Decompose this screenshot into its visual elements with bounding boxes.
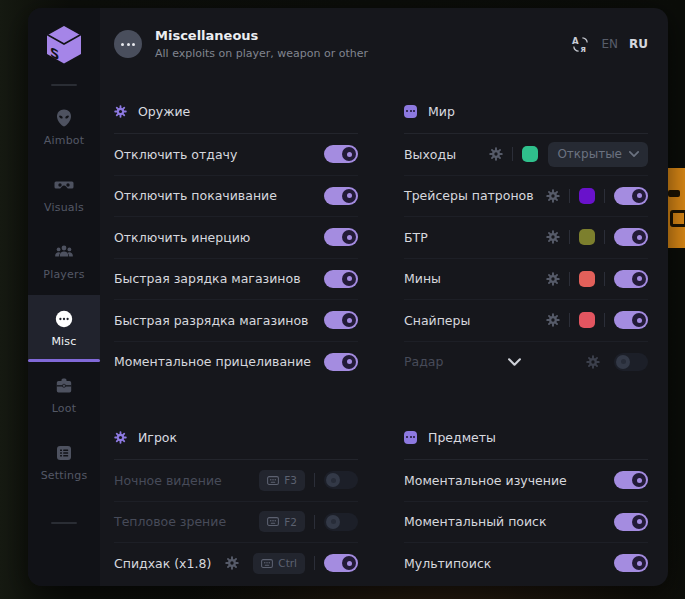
feature-row: БТР <box>404 216 648 258</box>
toggle-switch[interactable] <box>614 187 648 205</box>
feature-label: Мины <box>404 271 441 286</box>
lang-en-button[interactable]: EN <box>601 37 618 51</box>
column-left: Оружие Отключить отдачу Отключить покачи… <box>114 98 358 599</box>
section-world: Мир Выходы Открытые <box>404 98 648 382</box>
sidebar-item-label: Misc <box>51 335 76 348</box>
sidebar-item-players[interactable]: Players <box>28 228 100 295</box>
svg-text:S: S <box>50 44 59 64</box>
feature-row: Радар <box>404 341 648 383</box>
feature-label: Быстрая разрядка магазинов <box>114 313 308 328</box>
feature-label: БТР <box>404 230 428 245</box>
toggle-switch[interactable] <box>324 145 358 163</box>
toggle-switch[interactable] <box>614 471 648 489</box>
feature-row: Ночное видение F3 <box>114 460 358 501</box>
feature-row: Выходы Открытые <box>404 134 648 175</box>
feature-label: Радар <box>404 354 443 369</box>
section-player: Игрок Ночное видение F3 <box>114 424 358 584</box>
alien-icon <box>54 108 74 128</box>
control-divider <box>512 147 513 161</box>
main-content: Miscellaneous All exploits on player, we… <box>100 8 668 586</box>
sidebar-divider <box>51 84 77 86</box>
sidebar-item-label: Players <box>43 268 84 281</box>
control-divider <box>569 189 570 203</box>
cheat-menu-window: S G Aimbot Visuals <box>28 8 668 586</box>
feature-label: Тепловое зрение <box>114 514 226 529</box>
feature-label: Моментальное прицеливание <box>114 354 311 369</box>
feature-label: Трейсеры патронов <box>404 188 534 203</box>
feature-row: Мины <box>404 258 648 300</box>
app-logo: S G <box>28 8 100 68</box>
toggle-switch[interactable] <box>614 513 648 531</box>
section-title: Предметы <box>428 430 496 445</box>
control-divider <box>604 313 605 327</box>
settings-gear-icon[interactable] <box>225 556 239 570</box>
chat-dots-icon <box>404 431 417 444</box>
toggle-switch[interactable] <box>614 554 648 572</box>
control-divider <box>569 230 570 244</box>
control-divider <box>314 515 315 529</box>
hotkey-badge[interactable]: F2 <box>259 511 305 532</box>
feature-row: Снайперы <box>404 299 648 341</box>
feature-row: Моментальное изучение <box>404 460 648 501</box>
toggle-switch[interactable] <box>324 187 358 205</box>
toggle-switch[interactable] <box>324 311 358 329</box>
sidebar-item-aimbot[interactable]: Aimbot <box>28 94 100 161</box>
toggle-switch[interactable] <box>324 228 358 246</box>
color-swatch[interactable] <box>579 229 595 245</box>
page-title: Miscellaneous <box>155 28 368 43</box>
control-divider <box>314 473 315 487</box>
exits-dropdown[interactable]: Открытые <box>548 142 648 167</box>
feature-label: Отключить покачивание <box>114 188 277 203</box>
settings-gear-icon[interactable] <box>546 272 560 286</box>
page-subtitle: All exploits on player, weapon or other <box>155 47 368 60</box>
feature-label: Отключить инерцию <box>114 230 250 245</box>
sidebar-item-label: Settings <box>41 469 88 482</box>
ellipsis-circle-icon <box>54 309 74 329</box>
language-switcher: A я EN RU <box>571 35 648 54</box>
color-swatch[interactable] <box>579 271 595 287</box>
sidebar-item-loot[interactable]: Loot <box>28 362 100 429</box>
hotkey-badge[interactable]: Ctrl <box>253 553 305 574</box>
color-swatch[interactable] <box>579 188 595 204</box>
section-items: Предметы Моментальное изучение Моменталь… <box>404 424 648 584</box>
group-icon <box>54 242 74 262</box>
svg-text:я: я <box>581 44 587 54</box>
svg-text:A: A <box>572 35 579 45</box>
section-title: Оружие <box>138 104 190 119</box>
sidebar-item-label: Aimbot <box>44 134 85 147</box>
color-swatch[interactable] <box>522 146 538 162</box>
chevron-down-icon <box>508 358 521 366</box>
list-icon <box>54 443 74 463</box>
toggle-switch[interactable] <box>324 270 358 288</box>
settings-gear-icon[interactable] <box>546 189 560 203</box>
toggle-switch[interactable] <box>614 228 648 246</box>
gear-icon <box>114 431 127 444</box>
hotkey-badge[interactable]: F3 <box>259 470 305 491</box>
sidebar-item-misc[interactable]: Misc <box>28 295 100 362</box>
sidebar-item-visuals[interactable]: Visuals <box>28 161 100 228</box>
color-swatch[interactable] <box>579 312 595 328</box>
control-divider <box>314 556 315 570</box>
settings-gear-icon[interactable] <box>546 230 560 244</box>
toggle-switch[interactable] <box>614 353 648 371</box>
column-right: Мир Выходы Открытые <box>404 98 648 599</box>
feature-label: Отключить отдачу <box>114 147 237 162</box>
toggle-switch[interactable] <box>324 471 358 489</box>
control-divider <box>604 230 605 244</box>
settings-gear-icon[interactable] <box>546 313 560 327</box>
toggle-switch[interactable] <box>614 311 648 329</box>
section-title: Мир <box>428 104 455 119</box>
settings-gear-icon[interactable] <box>489 147 503 161</box>
toggle-switch[interactable] <box>614 270 648 288</box>
feature-row: Трейсеры патронов <box>404 175 648 217</box>
keyboard-icon <box>267 476 279 485</box>
toggle-switch[interactable] <box>324 513 358 531</box>
settings-gear-icon[interactable] <box>586 355 600 369</box>
toggle-switch[interactable] <box>324 353 358 371</box>
control-divider <box>604 189 605 203</box>
section-weapon: Оружие Отключить отдачу Отключить покачи… <box>114 98 358 382</box>
sidebar-item-settings[interactable]: Settings <box>28 429 100 496</box>
expand-button[interactable] <box>443 358 586 366</box>
lang-ru-button[interactable]: RU <box>629 37 648 51</box>
toggle-switch[interactable] <box>324 554 358 572</box>
